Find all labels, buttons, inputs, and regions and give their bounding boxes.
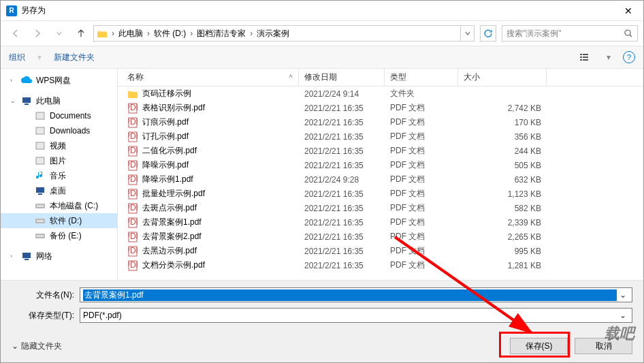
file-list: 名称^ 修改日期 类型 大小 页码迁移示例2021/2/24 9:14文件夹PD… [118,69,643,280]
svg-rect-3 [580,57,582,58]
sidebar: ›WPS网盘⌄此电脑DocumentsDownloads视频图片音乐桌面本地磁盘… [1,69,118,280]
sidebar-item-network[interactable]: ›网络 [1,249,117,264]
sidebar-item-softd[interactable]: 软件 (D:) [1,213,117,228]
file-row[interactable]: PDF批量处理示例.pdf2021/2/21 16:35PDF 文档1,123 … [118,187,643,201]
chevron-down-icon: ⌄ [12,341,18,351]
pdf-icon: PDF [127,260,138,271]
svg-rect-7 [22,97,31,103]
svg-point-0 [625,30,630,35]
filename-input[interactable]: 去背景案例1.pdf ⌄ [80,287,632,302]
cancel-button[interactable]: 取消 [575,338,632,354]
forward-button[interactable] [28,24,47,43]
column-headers: 名称^ 修改日期 类型 大小 [118,69,643,86]
svg-rect-10 [36,127,44,134]
file-row[interactable]: 页码迁移示例2021/2/24 9:14文件夹 [118,86,643,101]
sidebar-item-desktop[interactable]: 桌面 [1,183,117,198]
sidebar-item-downloads[interactable]: Downloads [1,123,117,138]
chevron-right-icon: › [110,29,116,38]
svg-rect-5 [580,59,582,61]
toolbar: 组织 ▾ 新建文件夹 ▾ ? [1,46,643,69]
svg-text:PDF: PDF [128,174,138,184]
col-size[interactable]: 大小 [458,69,547,86]
sidebar-item-thispc[interactable]: ⌄此电脑 [1,93,117,108]
pdf-icon: PDF [127,232,138,242]
search-input[interactable]: 搜索"演示案例" [502,25,638,42]
svg-text:PDF: PDF [128,131,138,141]
view-options-button[interactable] [577,50,594,65]
col-date[interactable]: 修改日期 [299,69,385,86]
sidebar-item-localc[interactable]: 本地磁盘 (C:) [1,198,117,213]
pdf-icon: PDF [127,103,138,114]
file-row[interactable]: PDF订孔示例.pdf2021/2/21 16:35PDF 文档356 KB [118,129,643,144]
music-icon [35,170,46,181]
file-row[interactable]: PDF文档分类示例.pdf2021/2/21 16:35PDF 文档1,281 … [118,258,643,272]
pdf-icon: PDF [127,117,138,128]
filetype-select[interactable]: PDF(*.pdf) ⌄ [80,308,632,323]
filename-value: 去背景案例1.pdf [83,289,617,301]
pdf-icon: PDF [127,160,138,171]
file-row[interactable]: PDF二值化示例.pdf2021/2/21 16:35PDF 文档244 KB [118,144,643,158]
breadcrumb-dropdown[interactable] [460,26,474,41]
footer: ⌄ 隐藏文件夹 保存(S) 取消 [1,330,643,362]
refresh-button[interactable] [480,25,496,42]
file-row[interactable]: PDF去背景案例1.pdf2021/2/21 16:35PDF 文档2,339 … [118,215,643,230]
sidebar-item-pictures[interactable]: 图片 [1,153,117,168]
back-button[interactable] [6,24,25,43]
breadcrumb-segment[interactable]: 软件 (D:) [151,26,189,41]
breadcrumb[interactable]: › 此电脑 › 软件 (D:) › 图档清洁专家 › 演示案例 [93,25,474,42]
sidebar-item-wps[interactable]: ›WPS网盘 [1,73,117,88]
svg-rect-20 [37,235,44,237]
svg-rect-14 [38,193,42,195]
file-row[interactable]: PDF去黑边示例.pdf2021/2/21 16:35PDF 文档995 KB [118,244,643,258]
sidebar-item-music[interactable]: 音乐 [1,168,117,183]
chevron-down-icon[interactable]: ⌄ [617,290,629,300]
file-row[interactable]: PDF去斑点示例.pdf2021/2/21 16:35PDF 文档582 KB [118,201,643,215]
svg-rect-16 [37,205,44,207]
svg-rect-12 [36,157,44,164]
app-icon: R [6,5,17,16]
folder-icon [127,89,138,99]
desktop-icon [35,185,46,196]
pdf-icon: PDF [127,217,138,228]
chevron-right-icon: › [189,29,194,38]
breadcrumb-segment[interactable]: 图档清洁专家 [194,26,248,41]
pdf-icon: PDF [127,246,138,257]
pdf-icon: PDF [127,131,138,142]
svg-text:PDF: PDF [128,189,138,198]
new-folder-button[interactable]: 新建文件夹 [54,52,95,63]
pdf-icon: PDF [127,146,138,157]
chevron-down-icon[interactable]: ⌄ [617,311,629,320]
network-icon [21,251,32,262]
recent-dropdown[interactable] [50,24,69,43]
titlebar: R 另存为 ✕ [1,1,643,21]
organize-button[interactable]: 组织 [9,52,25,63]
up-button[interactable] [71,24,91,43]
svg-rect-22 [25,259,29,260]
breadcrumb-segment[interactable]: 此电脑 [116,26,146,41]
file-row[interactable]: PDF降噪示例.pdf2021/2/21 16:35PDF 文档505 KB [118,158,643,172]
pdf-icon: PDF [127,174,138,185]
svg-rect-21 [22,253,31,258]
svg-text:PDF: PDF [128,160,138,170]
help-button[interactable]: ? [623,51,635,63]
hide-folders-link[interactable]: ⌄ 隐藏文件夹 [12,341,62,352]
svg-rect-9 [36,112,44,119]
svg-text:PDF: PDF [128,217,138,227]
sidebar-item-backupe[interactable]: 备份 (E:) [1,228,117,243]
svg-text:PDF: PDF [128,246,138,255]
file-row[interactable]: PDF去背景案例2.pdf2021/2/21 16:35PDF 文档2,265 … [118,230,643,244]
close-button[interactable]: ✕ [613,1,643,21]
main-area: ›WPS网盘⌄此电脑DocumentsDownloads视频图片音乐桌面本地磁盘… [1,69,643,280]
save-form: 文件名(N): 去背景案例1.pdf ⌄ 保存类型(T): PDF(*.pdf)… [1,280,643,330]
sidebar-item-documents[interactable]: Documents [1,108,117,123]
chevron-right-icon: › [146,29,151,38]
sidebar-item-video[interactable]: 视频 [1,138,117,153]
breadcrumb-segment[interactable]: 演示案例 [254,26,292,41]
save-button[interactable]: 保存(S) [510,338,568,354]
svg-text:PDF: PDF [128,117,138,127]
col-type[interactable]: 类型 [385,69,458,86]
file-row[interactable]: PDF表格识别示例.pdf2021/2/21 16:35PDF 文档2,742 … [118,101,643,115]
col-name[interactable]: 名称^ [122,69,299,86]
file-row[interactable]: PDF订痕示例.pdf2021/2/21 16:35PDF 文档170 KB [118,115,643,129]
file-row[interactable]: PDF降噪示例1.pdf2021/2/24 9:28PDF 文档632 KB [118,172,643,187]
